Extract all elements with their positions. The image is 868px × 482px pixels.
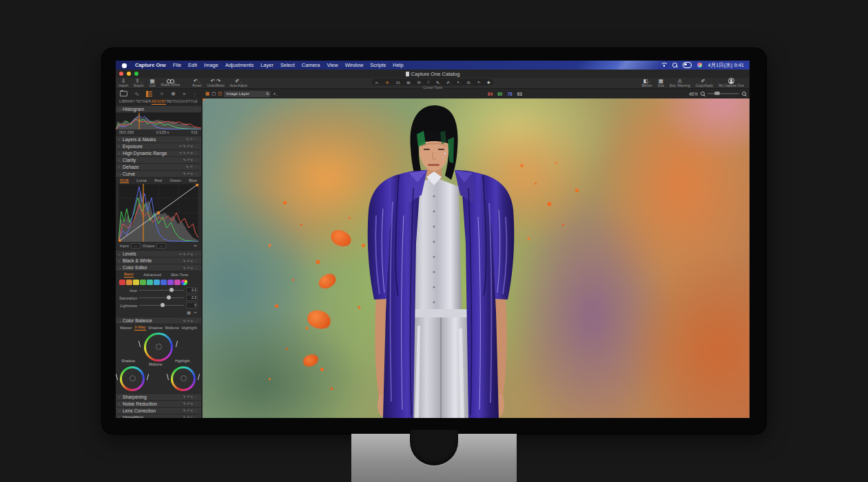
swatch-green[interactable] (140, 280, 146, 286)
panel-menu-icon[interactable]: ⋯ (194, 137, 199, 141)
control-center-icon[interactable] (683, 62, 692, 68)
panel-menu-icon[interactable]: ⋯ (194, 259, 199, 263)
siri-icon[interactable] (697, 63, 702, 67)
grid-button[interactable]: ▦Grid (657, 78, 663, 88)
before-button[interactable]: ◧⌄Before (642, 78, 652, 88)
draw-mask-tool[interactable]: ✎⌄ (436, 80, 441, 85)
panel-lens-correction[interactable]: ›Lens Correction✎↶≡⋯ (116, 408, 201, 414)
saturation-slider[interactable] (139, 297, 184, 299)
radial-mask-tool[interactable]: ⊙⌄ (467, 80, 472, 85)
panel-vignetting[interactable]: ›Vignetting✎↶≡⋯ (116, 415, 201, 419)
tab-library[interactable]: LIBRARY (119, 99, 136, 105)
menu-app-name[interactable]: Capture One (135, 62, 166, 68)
curve-input-value[interactable]: -- (131, 243, 141, 249)
swatch-cyan[interactable] (154, 280, 160, 286)
panel-color-editor-header[interactable]: ⌄Color Editor✎↶≡⋯ (116, 264, 201, 271)
menu-edit[interactable]: Edit (188, 62, 197, 68)
menu-window[interactable]: Window (345, 62, 364, 68)
ce-tab-basic[interactable]: Basic (124, 272, 134, 277)
panel-menu-icon[interactable]: ⋯ (194, 144, 199, 148)
cb-tab-shadow[interactable]: Shadow (148, 326, 163, 330)
curve-tab-red[interactable]: Red (154, 178, 162, 182)
menu-help[interactable]: Help (393, 62, 403, 68)
copy-apply-button[interactable]: ✐⌄Copy/Apply (696, 78, 714, 88)
apple-menu-icon[interactable] (122, 63, 127, 68)
clone-tool[interactable]: ✚ (487, 80, 490, 85)
tether-tab-icon[interactable]: ∿ (134, 91, 139, 97)
saturation-value[interactable]: 2.3 (186, 295, 198, 301)
panel-menu-icon[interactable]: ⋯ (194, 395, 199, 399)
panel-menu-icon[interactable]: ⋯ (194, 319, 199, 323)
panel-levels[interactable]: ›Levels✑✎↶≡⋯ (116, 251, 201, 257)
swatch-all-colors[interactable] (181, 280, 187, 286)
zoom-out-icon[interactable] (701, 92, 705, 96)
panel-histogram-header[interactable]: ⌄ Histogram ⋯ (116, 106, 201, 112)
panel-hdr[interactable]: ›High Dynamic Range✑✎↶≡⋯ (116, 150, 201, 156)
undo-redo-button[interactable]: ↶ ↷Undo/Redo (207, 78, 224, 88)
library-tab-icon[interactable] (120, 91, 127, 96)
color-picker-icon[interactable]: ✑ (194, 310, 197, 315)
menu-select[interactable]: Select (280, 62, 295, 68)
multi-view-icon[interactable]: ▦ (205, 91, 209, 96)
retouch-tab-icon[interactable]: ✧ (159, 91, 164, 97)
tab-adjust[interactable]: ADJUST (152, 99, 166, 105)
erase-mask-tool[interactable]: ✐⌄ (446, 80, 451, 85)
panel-layers-masks[interactable]: ›Layers & Masks✎↶⋯ (116, 136, 201, 143)
midtone-wheel[interactable] (144, 333, 173, 362)
panel-menu-icon[interactable]: ⋯ (194, 415, 199, 418)
menu-layer[interactable]: Layer (260, 62, 273, 68)
curve-tab-rgb[interactable]: RGB (120, 178, 129, 184)
panel-black-white[interactable]: ›Black & White✎↶≡⋯ (116, 258, 201, 264)
menu-camera[interactable]: Camera (302, 62, 320, 68)
auto-adjust-button[interactable]: ✐⌄Auto Adjust (230, 78, 247, 88)
panel-menu-icon[interactable]: ⋯ (194, 151, 199, 155)
swatch-blue[interactable] (161, 280, 167, 286)
panel-exposure[interactable]: ›Exposure✑✎↶≡⋯ (116, 143, 201, 149)
ce-tab-advanced[interactable]: Advanced (143, 273, 161, 277)
straighten-tool[interactable]: ∕⌄ (428, 80, 430, 84)
hue-value[interactable]: 2.2 (186, 287, 198, 293)
wifi-icon[interactable] (661, 63, 667, 67)
panel-menu-icon[interactable]: ⋯ (194, 408, 199, 412)
shadow-wheel[interactable] (120, 366, 145, 391)
import-button[interactable]: ⇩Import (118, 78, 128, 88)
panel-curve-header[interactable]: ⌄Curve✎↶≡⋯ (116, 171, 201, 177)
cb-tab-highlight[interactable]: Highlight (181, 326, 197, 330)
menu-scripts[interactable]: Scripts (370, 62, 386, 68)
panel-menu-icon[interactable]: ⋯ (194, 171, 199, 176)
add-layer-button[interactable]: +⌄ (273, 92, 278, 96)
menu-image[interactable]: Image (204, 62, 218, 68)
ce-tab-skin-tone[interactable]: Skin Tone (171, 273, 188, 277)
share-online-button[interactable]: Share online (161, 78, 180, 88)
compare-view-icon[interactable]: ◫ (218, 91, 222, 96)
menu-bar-clock[interactable]: 4月1日(水) 9:41 (707, 62, 744, 69)
curve-picker-icon[interactable]: ✑ (194, 244, 197, 248)
gradient-mask-tool[interactable]: ◐⌄ (457, 80, 462, 84)
cb-tab-master[interactable]: Master (120, 326, 132, 330)
panel-color-balance-header[interactable]: ⌄Color Balance✎↶≡⋯ (116, 317, 201, 324)
select-tool[interactable]: ➢⌄ (375, 80, 380, 85)
cb-tab-midtone[interactable]: Midtone (165, 326, 179, 330)
panel-dehaze[interactable]: ›Dehaze✎↶⋯ (116, 164, 201, 170)
tools-menu-icon[interactable]: ⋮ (193, 92, 197, 96)
swatch-purple[interactable] (167, 280, 174, 286)
curve-tab-blue[interactable]: Blue (189, 178, 197, 182)
menu-file[interactable]: File (173, 62, 181, 68)
panel-menu-icon[interactable]: ⋯ (194, 401, 199, 406)
rotate-tool[interactable]: ⟳⌄ (417, 80, 422, 85)
swatch-yellow[interactable] (133, 280, 139, 286)
lightness-value[interactable]: 0 (186, 302, 198, 308)
lightness-slider[interactable] (139, 305, 184, 306)
highlight-wheel[interactable] (171, 366, 196, 391)
curve-graph[interactable] (116, 184, 201, 242)
curve-tab-green[interactable]: Green (170, 178, 181, 182)
tab-retouch[interactable]: RETOUCH (167, 99, 185, 105)
swatch-magenta[interactable] (174, 280, 180, 286)
my-capture-one-button[interactable]: My Capture One (719, 78, 744, 88)
tab-style[interactable]: STYLE (186, 99, 198, 105)
menu-adjustments[interactable]: Adjustments (225, 62, 254, 68)
panel-menu-icon[interactable]: ⋯ (194, 158, 199, 162)
loupe-tool[interactable]: ⊡⌄ (396, 80, 401, 85)
menu-view[interactable]: View (327, 62, 338, 68)
cull-button[interactable]: ▦Cull (149, 78, 156, 88)
